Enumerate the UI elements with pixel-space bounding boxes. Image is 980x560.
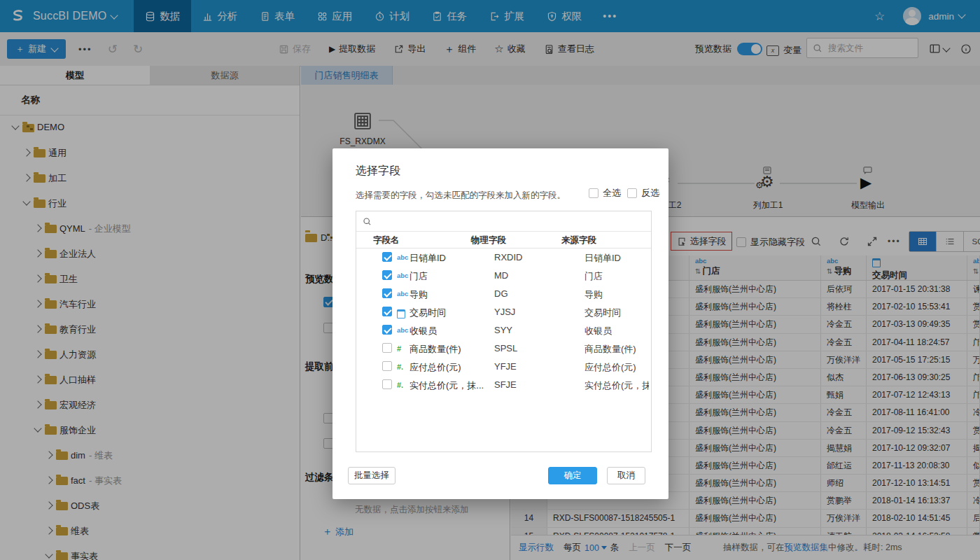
invert-selection-checkbox[interactable]: 反选 [627, 187, 659, 200]
col-field-name: 字段名 [373, 234, 400, 246]
field-row[interactable]: abc 日销单ID RXDID 日销单ID [356, 248, 651, 267]
field-search-row [356, 211, 651, 232]
search-icon [363, 217, 372, 226]
batch-select-button[interactable]: 批量选择 [348, 467, 396, 484]
field-row[interactable]: abc 收银员 SYY 收银员 [356, 321, 651, 340]
checkbox-icon[interactable] [382, 343, 392, 353]
cancel-button[interactable]: 取消 [607, 467, 645, 484]
checkbox-icon[interactable] [382, 361, 392, 371]
field-row[interactable]: #. 实付总价(元，抹... SFJE 实付总价(元，抹... [356, 376, 651, 394]
dialog-title: 选择字段 [356, 164, 400, 178]
checkbox-icon[interactable] [382, 288, 392, 298]
calendar-icon [397, 309, 405, 318]
field-search-input[interactable] [376, 216, 651, 227]
col-source: 来源字段 [561, 234, 596, 246]
field-list-box: 字段名 物理字段 来源字段 abc 日销单ID RXDID 日销单ID abc … [356, 211, 652, 452]
app-window: SuccBI DEMO 数据 分析 表单 应用 计划 [0, 0, 980, 560]
checkbox-icon[interactable] [382, 379, 392, 389]
select-fields-dialog: 选择字段 选择需要的字段，勾选未匹配的字段来加入新的字段。 全选 反选 字段名 … [332, 148, 668, 499]
select-all-checkbox[interactable]: 全选 [589, 187, 621, 200]
field-table-header: 字段名 物理字段 来源字段 [356, 232, 651, 248]
dialog-subtitle: 选择需要的字段，勾选未匹配的字段来加入新的字段。 [356, 190, 566, 202]
checkbox-icon[interactable] [382, 270, 392, 280]
field-row[interactable]: #. 应付总价(元) YFJE 应付总价(元) [356, 358, 651, 376]
field-row[interactable]: abc 门店 MD 门店 [356, 267, 651, 285]
ok-button[interactable]: 确定 [548, 467, 597, 484]
checkbox-icon[interactable] [382, 307, 392, 316]
field-row[interactable]: 交易时间 YJSJ 交易时间 [356, 303, 651, 321]
checkbox-icon[interactable] [382, 252, 392, 262]
col-physical: 物理字段 [471, 234, 506, 246]
field-row[interactable]: # 商品数量(件) SPSL 商品数量(件) [356, 340, 651, 358]
field-row[interactable]: abc 导购 DG 导购 [356, 285, 651, 303]
checkbox-icon[interactable] [382, 325, 392, 335]
checkbox-icon [589, 188, 598, 198]
checkbox-icon [627, 188, 637, 198]
